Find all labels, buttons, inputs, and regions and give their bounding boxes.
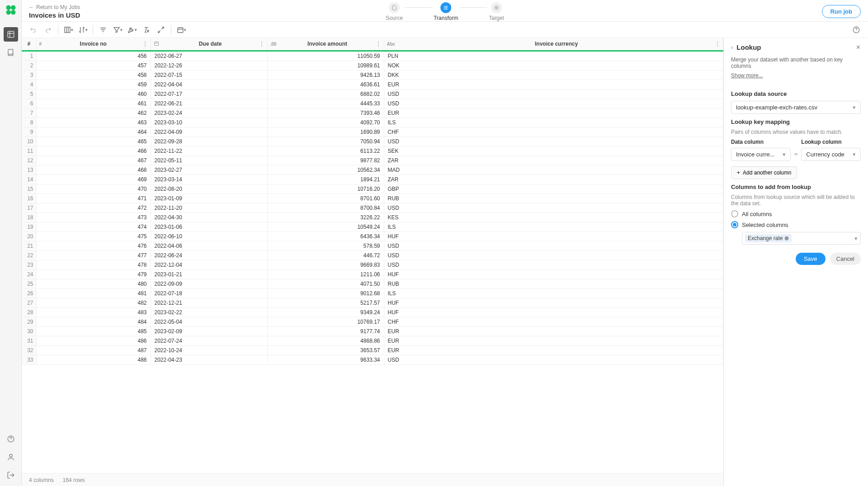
- cell-invoice-currency[interactable]: USD: [384, 241, 723, 250]
- cell-invoice-currency[interactable]: EUR: [384, 336, 723, 345]
- cell-invoice-amount[interactable]: 4092.70: [267, 118, 384, 127]
- panel-back-icon[interactable]: ‹: [731, 44, 733, 51]
- cell-due-date[interactable]: 2023-01-06: [151, 222, 267, 231]
- cell-invoice-no[interactable]: 488: [36, 355, 151, 364]
- column-menu-icon[interactable]: ⋮: [259, 41, 264, 47]
- cell-invoice-no[interactable]: 474: [36, 222, 151, 231]
- cell-invoice-no[interactable]: 480: [36, 279, 151, 288]
- cell-invoice-no[interactable]: 468: [36, 165, 151, 175]
- data-grid[interactable]: # #Invoice no⋮ Due date⋮ .00Invoice amou…: [22, 38, 723, 473]
- help-icon[interactable]: [4, 432, 18, 446]
- cell-invoice-no[interactable]: 472: [36, 203, 151, 212]
- cell-invoice-amount[interactable]: 9633.34: [267, 355, 384, 364]
- cell-invoice-no[interactable]: 463: [36, 118, 151, 127]
- cell-invoice-currency[interactable]: USD: [384, 250, 723, 260]
- cell-invoice-currency[interactable]: EUR: [384, 345, 723, 355]
- cell-invoice-amount[interactable]: 9669.83: [267, 260, 384, 269]
- cell-invoice-currency[interactable]: USD: [384, 260, 723, 269]
- cell-invoice-currency[interactable]: USD: [384, 137, 723, 146]
- cell-invoice-no[interactable]: 477: [36, 250, 151, 260]
- show-more-link[interactable]: Show more...: [731, 72, 763, 79]
- table-row[interactable]: 294842022-05-0410769.17CHF: [22, 317, 723, 326]
- cell-due-date[interactable]: 2023-03-14: [151, 175, 267, 184]
- cell-invoice-currency[interactable]: MAD: [384, 165, 723, 175]
- cell-invoice-amount[interactable]: 10989.61: [267, 61, 384, 70]
- table-row[interactable]: 94642022-04-091690.89CHF: [22, 127, 723, 137]
- table-row[interactable]: 324872022-10-243653.57EUR: [22, 345, 723, 355]
- cell-invoice-currency[interactable]: RUB: [384, 193, 723, 203]
- cell-invoice-currency[interactable]: HUF: [384, 231, 723, 241]
- cell-invoice-amount[interactable]: 9877.82: [267, 156, 384, 165]
- cell-due-date[interactable]: 2022-06-24: [151, 250, 267, 260]
- cell-invoice-amount[interactable]: 4445.33: [267, 99, 384, 108]
- table-row[interactable]: 44592022-04-044636.61EUR: [22, 80, 723, 89]
- cell-invoice-no[interactable]: 476: [36, 241, 151, 250]
- nav-book-icon[interactable]: [4, 45, 18, 60]
- run-job-button[interactable]: Run job: [822, 5, 861, 18]
- cell-invoice-no[interactable]: 485: [36, 326, 151, 336]
- cell-invoice-no[interactable]: 464: [36, 127, 151, 137]
- cell-invoice-no[interactable]: 460: [36, 89, 151, 99]
- cell-invoice-no[interactable]: 469: [36, 175, 151, 184]
- cell-invoice-amount[interactable]: 6436.34: [267, 231, 384, 241]
- cell-invoice-no[interactable]: 467: [36, 156, 151, 165]
- filter-icon[interactable]: ▾: [111, 24, 124, 36]
- save-button[interactable]: Save: [796, 253, 826, 265]
- data-column-select[interactable]: Invoice curre... ▾: [731, 148, 791, 161]
- cell-invoice-amount[interactable]: 1894.21: [267, 175, 384, 184]
- pipeline-transform[interactable]: Transform: [434, 2, 458, 21]
- cell-due-date[interactable]: 2022-09-09: [151, 279, 267, 288]
- cell-due-date[interactable]: 2023-02-09: [151, 326, 267, 336]
- cell-invoice-amount[interactable]: 10562.34: [267, 165, 384, 175]
- radio-all-columns[interactable]: All columns: [731, 210, 861, 217]
- cell-invoice-amount[interactable]: 10716.20: [267, 184, 384, 193]
- cell-invoice-amount[interactable]: 3226.22: [267, 212, 384, 222]
- cell-invoice-currency[interactable]: DKK: [384, 70, 723, 80]
- table-row[interactable]: 284832023-02-229349.24HUF: [22, 307, 723, 317]
- table-row[interactable]: 164712023-01-098701.60RUB: [22, 193, 723, 203]
- cell-invoice-no[interactable]: 458: [36, 70, 151, 80]
- cell-due-date[interactable]: 2022-05-11: [151, 156, 267, 165]
- cell-due-date[interactable]: 2022-11-20: [151, 203, 267, 212]
- cell-invoice-currency[interactable]: EUR: [384, 108, 723, 118]
- cell-due-date[interactable]: 2022-11-22: [151, 146, 267, 156]
- cell-invoice-amount[interactable]: 9177.74: [267, 326, 384, 336]
- cell-invoice-currency[interactable]: EUR: [384, 80, 723, 89]
- cell-invoice-currency[interactable]: ZAR: [384, 175, 723, 184]
- table-row[interactable]: 34582022-07-159426.13DKK: [22, 70, 723, 80]
- table-row[interactable]: 244792023-01-211211.06HUF: [22, 269, 723, 279]
- cell-due-date[interactable]: 2022-07-18: [151, 288, 267, 298]
- table-row[interactable]: 134682023-02-2710562.34MAD: [22, 165, 723, 175]
- table-row[interactable]: 124672022-05-119877.82ZAR: [22, 156, 723, 165]
- cell-invoice-no[interactable]: 473: [36, 212, 151, 222]
- cell-invoice-currency[interactable]: CHF: [384, 317, 723, 326]
- table-row[interactable]: 314862022-07-244868.86EUR: [22, 336, 723, 345]
- cell-invoice-amount[interactable]: 10769.17: [267, 317, 384, 326]
- cell-invoice-no[interactable]: 465: [36, 137, 151, 146]
- cell-due-date[interactable]: 2023-03-10: [151, 118, 267, 127]
- cell-invoice-no[interactable]: 487: [36, 345, 151, 355]
- cell-invoice-currency[interactable]: ILS: [384, 222, 723, 231]
- cell-invoice-no[interactable]: 456: [36, 51, 151, 61]
- table-row[interactable]: 74622023-02-247393.46EUR: [22, 108, 723, 118]
- cell-due-date[interactable]: 2022-09-28: [151, 137, 267, 146]
- back-link[interactable]: ← Return to My Jobs: [29, 4, 165, 10]
- nav-data-icon[interactable]: [4, 27, 18, 42]
- table-row[interactable]: 114662022-11-226113.22SEK: [22, 146, 723, 156]
- cell-invoice-amount[interactable]: 578.59: [267, 241, 384, 250]
- cell-due-date[interactable]: 2022-06-21: [151, 99, 267, 108]
- cell-due-date[interactable]: 2022-05-04: [151, 317, 267, 326]
- column-header-due-date[interactable]: Due date⋮: [151, 38, 267, 51]
- cell-invoice-currency[interactable]: SEK: [384, 146, 723, 156]
- cell-due-date[interactable]: 2022-04-23: [151, 355, 267, 364]
- cell-due-date[interactable]: 2022-04-06: [151, 241, 267, 250]
- sort-icon[interactable]: ▾: [76, 24, 89, 36]
- table-row[interactable]: 24572022-12-2610989.61NOK: [22, 61, 723, 70]
- cell-invoice-amount[interactable]: 1690.89: [267, 127, 384, 137]
- cell-invoice-amount[interactable]: 8700.84: [267, 203, 384, 212]
- cell-invoice-currency[interactable]: ILS: [384, 288, 723, 298]
- cell-invoice-no[interactable]: 470: [36, 184, 151, 193]
- table-row[interactable]: 184732022-04-303226.22KES: [22, 212, 723, 222]
- cell-invoice-amount[interactable]: 4071.50: [267, 279, 384, 288]
- cell-due-date[interactable]: 2022-12-04: [151, 260, 267, 269]
